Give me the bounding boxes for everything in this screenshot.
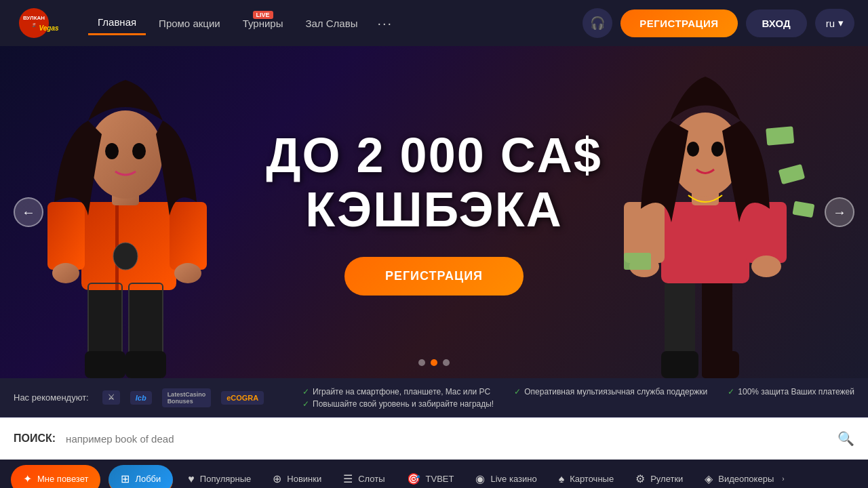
tvbet-icon: 🎯 <box>407 472 420 485</box>
rec-logo-3: LatestCasinoBonuses <box>162 388 212 407</box>
chevron-down-icon: ▾ <box>838 17 844 29</box>
svg-rect-19 <box>85 351 125 378</box>
slider-dot-2[interactable] <box>431 359 437 366</box>
svg-rect-33 <box>661 351 698 378</box>
svg-rect-9 <box>170 202 207 270</box>
rec-logo-4: eCOGRA <box>221 391 264 405</box>
bottom-nav-lucky[interactable]: ✦ Мне повезет <box>11 465 100 488</box>
hero-register-button[interactable]: РЕГИСТРАЦИЯ <box>344 257 524 296</box>
rec-feature-4: ✓ 100% защита Ваших платежей <box>728 387 854 396</box>
bottom-nav-live[interactable]: ◉ Live казино <box>465 460 547 488</box>
bottom-nav-slots[interactable]: ☰ Слоты <box>332 460 395 488</box>
slider-dot-1[interactable] <box>418 359 425 366</box>
bottom-nav-lobby[interactable]: ⊞ Лобби <box>108 465 173 488</box>
svg-rect-35 <box>778 164 806 184</box>
hero-title: ДО 2 000 CA$ КЭШБЭКА <box>266 129 602 236</box>
nav-more[interactable]: ··· <box>370 10 399 37</box>
svg-text:ВУЛКАН: ВУЛКАН <box>23 15 45 21</box>
register-button[interactable]: РЕГИСТРАЦИЯ <box>620 9 737 37</box>
svg-point-31 <box>687 142 699 157</box>
slider-next-button[interactable]: → <box>825 197 854 227</box>
live-badge: LIVE <box>253 11 273 19</box>
bottom-nav-roulette[interactable]: ⚙ Рулетки <box>625 460 694 488</box>
svg-point-10 <box>52 263 79 283</box>
check-icon-3: ✓ <box>514 387 521 396</box>
check-icon-1: ✓ <box>302 387 309 396</box>
svg-text:Vegas: Vegas <box>39 24 59 32</box>
new-icon: ⊕ <box>273 472 281 485</box>
check-icon-2: ✓ <box>302 399 309 409</box>
logo[interactable]: ВУЛКАН 🌋 Vegas <box>14 6 68 40</box>
header-right: 🎧 РЕГИСТРАЦИЯ ВХОД ru ▾ <box>583 8 854 38</box>
hero-content: ДО 2 000 CA$ КЭШБЭКА РЕГИСТРАЦИЯ <box>266 129 602 295</box>
hero-banner: ДО 2 000 CA$ КЭШБЭКА РЕГИСТРАЦИЯ ← → <box>0 46 868 378</box>
hero-cta: РЕГИСТРАЦИЯ <box>266 257 602 296</box>
bottom-nav-popular[interactable]: ♥ Популярные <box>177 460 262 488</box>
rec-feature-1: ✓ Играйте на смартфоне, планшете, Mac ил… <box>302 387 494 396</box>
search-bar: ПОИСК: 🔍 <box>0 418 868 460</box>
popular-icon: ♥ <box>188 473 195 485</box>
language-button[interactable]: ru ▾ <box>815 9 854 37</box>
nav-item-tournaments[interactable]: LIVE Турниры <box>233 12 293 35</box>
svg-rect-20 <box>125 351 166 378</box>
slider-dot-3[interactable] <box>443 359 450 366</box>
main-nav: Главная Промо акции LIVE Турниры Зал Сла… <box>88 10 583 37</box>
header: ВУЛКАН 🌋 Vegas Главная Промо акции LIVE … <box>0 0 868 46</box>
rec-logo-2: lcb <box>130 391 152 405</box>
live-icon: ◉ <box>475 472 485 485</box>
svg-rect-34 <box>702 351 739 378</box>
lucky-icon: ✦ <box>23 472 32 485</box>
rec-feature-col-3: ✓ 100% защита Ваших платежей <box>728 387 854 409</box>
rec-feature-col-1: ✓ Играйте на смартфоне, планшете, Mac ил… <box>302 387 494 409</box>
svg-rect-36 <box>792 201 814 218</box>
rec-feature-2: ✓ Повышайте свой уровень и забирайте наг… <box>302 399 494 409</box>
svg-text:🌋: 🌋 <box>32 23 37 28</box>
rec-feature-col-2: ✓ Оперативная мультиязычная служба подде… <box>514 387 707 409</box>
bottom-nav-videopoker[interactable]: ◈ Видеопокеры › <box>694 460 795 488</box>
svg-rect-23 <box>661 202 749 283</box>
svg-point-32 <box>711 142 724 157</box>
bottom-nav-cards[interactable]: ♠ Карточные <box>548 460 625 488</box>
search-label: ПОИСК: <box>14 432 56 445</box>
svg-point-16 <box>113 243 138 270</box>
cards-icon: ♠ <box>559 473 565 485</box>
slots-icon: ☰ <box>343 472 353 485</box>
svg-point-28 <box>751 256 781 277</box>
rec-logos: ⚔ lcb LatestCasinoBonuses eCOGRA <box>102 388 264 407</box>
slider-dots <box>418 359 450 366</box>
svg-point-13 <box>88 110 163 199</box>
roulette-icon: ⚙ <box>635 472 645 485</box>
svg-rect-8 <box>47 202 85 270</box>
rec-feature-3: ✓ Оперативная мультиязычная служба подде… <box>514 387 707 396</box>
rec-features: ✓ Играйте на смартфоне, планшете, Mac ил… <box>302 387 854 409</box>
bottom-nav: ✦ Мне повезет ⊞ Лобби ♥ Популярные ⊕ Нов… <box>0 460 868 488</box>
login-button[interactable]: ВХОД <box>746 9 807 37</box>
svg-rect-27 <box>624 253 651 270</box>
search-icon[interactable]: 🔍 <box>837 430 854 447</box>
search-input[interactable] <box>66 433 827 445</box>
lobby-icon: ⊞ <box>121 472 130 485</box>
support-button[interactable]: 🎧 <box>583 8 612 38</box>
bottom-nav-new[interactable]: ⊕ Новинки <box>262 460 332 488</box>
svg-point-15 <box>132 143 146 159</box>
nav-item-promo[interactable]: Промо акции <box>149 12 230 35</box>
svg-rect-37 <box>766 126 794 145</box>
videopoker-icon: ◈ <box>705 472 713 485</box>
check-icon-4: ✓ <box>728 387 734 396</box>
rec-logo-1: ⚔ <box>102 390 120 405</box>
slider-prev-button[interactable]: ← <box>14 197 43 227</box>
recommendations-bar: Нас рекомендуют: ⚔ lcb LatestCasinoBonus… <box>0 378 868 418</box>
bottom-nav-tvbet[interactable]: 🎯 TVBET <box>396 460 465 488</box>
svg-point-14 <box>105 143 119 159</box>
rec-label: Нас рекомендуют: <box>14 392 89 403</box>
chevron-right-icon: › <box>782 475 784 483</box>
svg-rect-25 <box>746 202 787 263</box>
character-right <box>583 66 827 378</box>
svg-point-11 <box>174 263 201 283</box>
nav-item-hall[interactable]: Зал Славы <box>296 12 367 35</box>
nav-item-home[interactable]: Главная <box>88 11 146 35</box>
